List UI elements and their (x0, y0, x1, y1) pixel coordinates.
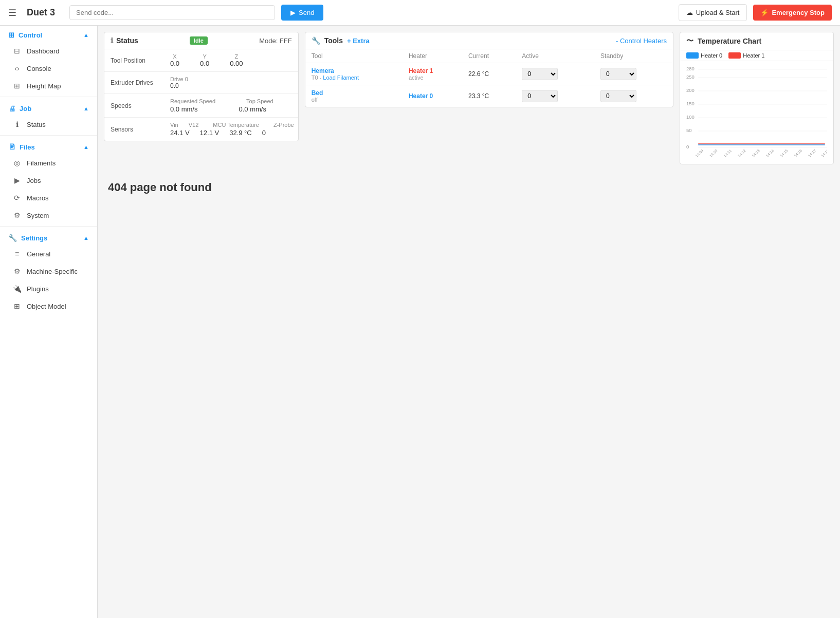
svg-text:14:18: 14:18 (820, 148, 827, 158)
sidebar-item-plugins[interactable]: 🔌 Plugins (0, 280, 97, 297)
sidebar-group-job[interactable]: 🖨 Job ▲ (0, 99, 97, 116)
chart-area: 280 250 200 150 100 50 0 (680, 61, 833, 164)
z-probe-value: 0 (262, 129, 266, 137)
plugins-icon: 🔌 (12, 284, 22, 293)
sensor-values: 24.1 V 12.1 V 32.9 °C 0 (170, 129, 266, 137)
send-input[interactable] (69, 5, 275, 20)
sidebar-item-console[interactable]: ‹› Console (0, 60, 97, 77)
y-coord: Y 0.0 (200, 53, 209, 67)
svg-text:50: 50 (686, 128, 692, 133)
v12-label: V12 (189, 122, 199, 128)
height-map-icon: ⊞ (12, 81, 22, 90)
heater-name: Heater 1 (409, 67, 456, 74)
svg-text:200: 200 (686, 88, 695, 93)
upload-start-button[interactable]: ☁ Upload & Start (679, 4, 747, 21)
system-icon: ⚙ (12, 211, 22, 220)
machine-specific-icon: ⚙ (12, 267, 22, 276)
svg-text:14:16: 14:16 (793, 148, 804, 158)
sidebar-item-general[interactable]: ≡ General (0, 245, 97, 263)
dashboard-icon: ⊟ (12, 46, 22, 55)
sidebar-section-job: 🖨 Job ▲ ℹ Status (0, 99, 97, 133)
sidebar-item-object-model[interactable]: ⊞ Object Model (0, 297, 97, 315)
table-row: Hemera T0 - Load Filament Heater 1 activ… (305, 63, 673, 85)
tools-icon: 🔧 (312, 36, 320, 45)
speed-values: 0.0 mm/s 0.0 mm/s (170, 105, 266, 113)
status-header: ℹ Status Idle Mode: FFF (104, 32, 298, 49)
mcu-temp-value: 32.9 °C (229, 129, 252, 137)
sensors-label: Sensors (104, 122, 166, 137)
tool-name[interactable]: Hemera (312, 67, 396, 74)
svg-text:14:12: 14:12 (737, 148, 747, 158)
sidebar: ⊞ Control ▲ ⊟ Dashboard ‹› Console ⊞ Hei… (0, 26, 98, 618)
sidebar-item-jobs[interactable]: ▶ Jobs (0, 172, 97, 189)
hamburger-icon[interactable]: ☰ (8, 7, 16, 18)
speeds-label: Speeds (104, 98, 166, 114)
error-title: 404 page not found (108, 181, 830, 194)
col-active: Active (516, 49, 594, 63)
chart-panel: 〜 Temperature Chart Heater 0 Heater 1 (680, 32, 834, 164)
standby-select[interactable]: 0 (600, 68, 636, 80)
console-icon: ‹› (12, 64, 22, 73)
emergency-icon: ⚡ (760, 9, 769, 16)
sidebar-item-height-map[interactable]: ⊞ Height Map (0, 77, 97, 95)
col-heater: Heater (403, 49, 462, 63)
col-current: Current (462, 49, 516, 63)
extruder-values: Drive 0 0.0 (166, 72, 298, 93)
main-layout: ⊞ Control ▲ ⊟ Dashboard ‹› Console ⊞ Hei… (0, 26, 840, 618)
tool-position-label: Tool Position (104, 53, 166, 68)
sidebar-item-filaments[interactable]: ◎ Filaments (0, 154, 97, 172)
heater0-color-swatch (686, 52, 699, 59)
active-select[interactable]: 0 (522, 90, 558, 102)
v12-value: 12.1 V (200, 129, 220, 137)
upload-icon: ☁ (686, 9, 693, 16)
heater-status: active (409, 74, 456, 81)
sidebar-item-system[interactable]: ⚙ System (0, 207, 97, 224)
standby-cell: 0 (594, 85, 673, 107)
svg-text:14:17: 14:17 (807, 148, 817, 158)
status-icon: ℹ (12, 120, 22, 129)
load-filament-link[interactable]: Load Filament (323, 74, 359, 81)
settings-chevron-icon: ▲ (83, 235, 89, 241)
control-heaters-button[interactable]: - Control Heaters (616, 37, 667, 45)
status-info-icon: ℹ (111, 36, 113, 45)
extruder-drives-row: Extruder Drives Drive 0 0.0 (104, 72, 298, 94)
col-standby: Standby (594, 49, 673, 63)
emergency-stop-button[interactable]: ⚡ Emergency Stop (753, 5, 832, 21)
sidebar-item-dashboard[interactable]: ⊟ Dashboard (0, 42, 97, 60)
chart-header: 〜 Temperature Chart (680, 32, 833, 50)
status-mode: Mode: FFF (259, 37, 292, 45)
sensors-row: Sensors Vin V12 MCU Temperature Z-Probe … (104, 118, 298, 141)
job-icon: 🖨 (8, 104, 15, 113)
active-select[interactable]: 0 (522, 68, 558, 80)
z-probe-label: Z-Probe (273, 122, 294, 128)
heater-name: Heater 0 (409, 92, 456, 100)
macros-icon: ⟳ (12, 193, 22, 202)
chart-legend: Heater 0 Heater 1 (680, 50, 833, 61)
sidebar-item-status[interactable]: ℹ Status (0, 116, 97, 133)
extruder-label: Extruder Drives (104, 75, 166, 90)
standby-cell: 0 (594, 63, 673, 85)
sidebar-group-files[interactable]: 🖹 Files ▲ (0, 138, 97, 154)
tools-table-header: Tool Heater Current Active Standby (305, 49, 673, 63)
standby-select[interactable]: 0 (600, 90, 636, 102)
svg-text:14:09: 14:09 (695, 148, 705, 158)
tools-title: 🔧 Tools + Extra (312, 36, 370, 45)
top-row: ℹ Status Idle Mode: FFF Tool Position X … (104, 32, 834, 164)
svg-text:14:10: 14:10 (708, 148, 719, 158)
topbar: ☰ Duet 3 Send ☁ Upload & Start ⚡ Emergen… (0, 0, 840, 26)
top-speed-label: Top Speed (246, 98, 273, 104)
svg-text:100: 100 (686, 115, 695, 120)
active-cell: 0 (516, 63, 594, 85)
send-button[interactable]: Send (281, 5, 323, 21)
req-speed-value: 0.0 mm/s (170, 105, 197, 113)
req-speed-label: Requested Speed (170, 98, 215, 104)
extra-button[interactable]: + Extra (347, 37, 370, 45)
sidebar-group-control[interactable]: ⊞ Control ▲ (0, 26, 97, 42)
legend-heater1: Heater 1 (728, 52, 764, 59)
sidebar-item-machine-specific[interactable]: ⚙ Machine-Specific (0, 263, 97, 280)
sidebar-item-macros[interactable]: ⟳ Macros (0, 189, 97, 207)
sidebar-group-settings[interactable]: 🔧 Settings ▲ (0, 229, 97, 245)
tool-name[interactable]: Bed (312, 89, 396, 97)
tools-header: 🔧 Tools + Extra - Control Heaters (305, 32, 673, 49)
jobs-icon: ▶ (12, 176, 22, 185)
